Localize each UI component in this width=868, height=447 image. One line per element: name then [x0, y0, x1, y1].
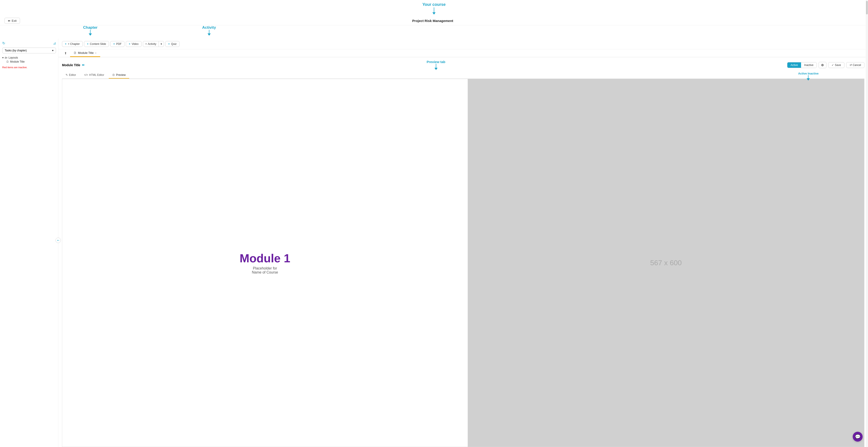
- activity-chevron-icon: ▾: [161, 42, 162, 45]
- chapter-plus-icon: +: [65, 42, 66, 45]
- cancel-icon: ↺: [849, 64, 852, 67]
- pdf-label: PDF: [116, 42, 122, 45]
- tab-preview[interactable]: 🗋 Preview: [109, 72, 129, 78]
- chapter-arrow-line: [90, 30, 91, 33]
- sidebar: ↻ ⊿ Tasks (by chapter) ▾ ▾ 🗁 Layouts 🗋 M…: [0, 39, 58, 447]
- placeholder-text: Placeholder for Name of Course: [252, 266, 278, 274]
- active-inactive-annotation: Active Inactive: [798, 72, 818, 80]
- active-button[interactable]: Active: [787, 62, 801, 68]
- inactive-note: Red items are inactive.: [2, 66, 56, 69]
- module-title-tree-item[interactable]: 🗋 Module Title: [2, 60, 56, 64]
- chapter-label: Chapter: [83, 25, 97, 30]
- layouts-tree-item[interactable]: ▾ 🗁 Layouts: [2, 56, 56, 60]
- module-number: Module 1: [240, 251, 290, 265]
- add-activity-group: + Activity ▾: [143, 41, 164, 47]
- active-inactive-arrow-line: [808, 75, 808, 78]
- exit-icon: ⬅: [8, 19, 10, 23]
- header-bar: ⬅ Exit Project Risk Management: [0, 16, 868, 25]
- editor-tabs: ✎ Editor </> HTML Editor 🗋 Preview: [62, 72, 864, 79]
- add-activity-button[interactable]: + Activity: [143, 41, 159, 47]
- active-inactive-ann-label: Active Inactive: [798, 72, 818, 75]
- sidebar-tree: ▾ 🗁 Layouts 🗋 Module Title: [2, 56, 56, 64]
- tab-label: Module Title: [78, 51, 94, 55]
- module-title-tab[interactable]: 🗋 Module Title ×: [70, 49, 100, 57]
- module-title-area: Module Title ✏: [62, 63, 85, 67]
- content-area: + + Chapter + Content Slide + PDF + Vide…: [58, 39, 868, 447]
- cancel-label: Cancel: [853, 64, 861, 67]
- editor-icon: ✎: [66, 73, 68, 76]
- placeholder-line1: Placeholder for: [253, 266, 277, 270]
- save-button[interactable]: ✓ Save: [828, 62, 844, 68]
- video-plus-icon: +: [129, 42, 130, 45]
- chapter-btn-label: + Chapter: [68, 42, 80, 45]
- module-header: Module Title ✏ Preview tab Active Inacti…: [62, 60, 864, 70]
- preview-tab-label: Preview tab: [427, 60, 445, 64]
- chapter-arrow-head: [89, 33, 92, 36]
- activity-plus-icon: +: [145, 42, 147, 45]
- add-video-button[interactable]: + Video: [126, 41, 142, 47]
- arrow-head-course: [432, 12, 436, 14]
- add-pdf-button[interactable]: + PDF: [110, 41, 124, 47]
- refresh-button[interactable]: ↻: [2, 41, 5, 45]
- pdf-plus-icon: +: [113, 42, 115, 45]
- scrollbar-thumb[interactable]: [866, 1, 868, 14]
- save-label: Save: [835, 64, 841, 67]
- tasks-dropdown[interactable]: Tasks (by chapter) ▾: [2, 47, 56, 54]
- active-inactive-arrow-head: [807, 78, 810, 80]
- add-content-slide-button[interactable]: + Content Slide: [84, 41, 109, 47]
- main-layout: ↻ ⊿ Tasks (by chapter) ▾ ▾ 🗁 Layouts 🗋 M…: [0, 39, 868, 447]
- sidebar-top: ↻ ⊿: [2, 41, 56, 45]
- collapse-icon: ⇐: [57, 239, 59, 242]
- settings-button[interactable]: ⚙: [818, 62, 827, 68]
- module-header-right: Active Inactive ⚙ ✓ Save ↺ Cancel: [787, 62, 864, 68]
- refresh-icon: ↻: [2, 41, 5, 45]
- preview-arrow-line: [436, 64, 436, 68]
- course-title: Project Risk Management: [412, 19, 453, 23]
- filter-button[interactable]: ⊿: [53, 41, 56, 45]
- tab-close-icon[interactable]: ×: [95, 51, 96, 54]
- html-icon: </>: [84, 73, 88, 76]
- chat-button[interactable]: 💬: [853, 432, 863, 442]
- preview-tab-annotation: Preview tab: [427, 60, 445, 70]
- video-label: Video: [132, 42, 138, 45]
- add-chapter-button[interactable]: + + Chapter: [62, 41, 83, 47]
- edit-icon[interactable]: ✏: [82, 63, 85, 67]
- gear-icon: ⚙: [821, 63, 824, 67]
- layouts-label: Layouts: [8, 56, 18, 59]
- active-inactive-group: Active Inactive: [787, 62, 817, 68]
- your-course-annotation: Your course: [0, 0, 868, 16]
- editor-tab-label: Editor: [69, 73, 76, 76]
- quiz-plus-icon: +: [168, 42, 170, 45]
- activity-arrow-head: [208, 33, 211, 36]
- quiz-label: Quiz: [171, 42, 177, 45]
- tab-html-editor[interactable]: </> HTML Editor: [81, 72, 107, 78]
- save-check-icon: ✓: [832, 64, 834, 67]
- upload-tab[interactable]: ⬆: [62, 49, 69, 57]
- tabs-row: ⬆ 🗋 Module Title ×: [58, 49, 868, 57]
- dimensions-text: 567 x 600: [650, 259, 682, 267]
- inactive-button[interactable]: Inactive: [801, 62, 816, 68]
- content-slide-label: Content Slide: [90, 42, 106, 45]
- cancel-button[interactable]: ↺ Cancel: [846, 62, 864, 68]
- preview-icon: 🗋: [112, 73, 115, 76]
- tab-editor[interactable]: ✎ Editor: [62, 72, 80, 78]
- arrow-line-course: [434, 7, 434, 12]
- preview-left-panel: Module 1 Placeholder for Name of Course: [62, 79, 468, 447]
- sidebar-collapse-button[interactable]: ⇐: [56, 238, 61, 243]
- filter-icon: ⊿: [53, 41, 56, 45]
- module-editor: Module Title ✏ Preview tab Active Inacti…: [58, 57, 868, 447]
- module-title-text: Module Title: [62, 63, 80, 67]
- tasks-dropdown-label: Tasks (by chapter): [5, 49, 27, 52]
- expand-icon: ▾: [2, 56, 4, 59]
- tab-file-icon: 🗋: [74, 51, 76, 55]
- scrollbar[interactable]: [866, 0, 868, 447]
- exit-label: Exit: [12, 19, 17, 23]
- activity-dropdown-button[interactable]: ▾: [159, 41, 164, 47]
- chevron-down-icon: ▾: [52, 49, 54, 52]
- exit-button[interactable]: ⬅ Exit: [4, 18, 20, 24]
- chat-icon: 💬: [855, 434, 861, 439]
- add-quiz-button[interactable]: + Quiz: [165, 41, 180, 47]
- chapter-activity-annotation-row: Chapter Activity: [0, 25, 868, 39]
- activity-label: Activity: [202, 25, 216, 30]
- toolbar: + + Chapter + Content Slide + PDF + Vide…: [58, 39, 868, 49]
